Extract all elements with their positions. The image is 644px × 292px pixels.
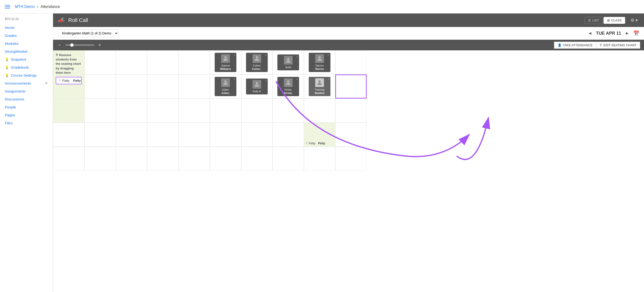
seating-toolbar: − + 👤 TAKE ATTENDANCE ⠿ EDIT SEATING CHA…	[53, 40, 644, 50]
grid-cell	[210, 147, 241, 171]
course-select[interactable]: Kindergarten Math (1 of 2) Demo	[58, 29, 118, 37]
svg-point-7	[318, 80, 320, 82]
svg-point-3	[318, 56, 320, 58]
sidebar-item-discussions[interactable]: Discussions	[0, 95, 53, 103]
breadcrumb: MTH Demo > Attendance	[15, 4, 60, 9]
sidebar-item-gradebook[interactable]: 💡 Gradebook	[0, 63, 53, 71]
grid-cell	[178, 147, 210, 171]
expand-icon: ⤢	[234, 54, 236, 56]
calendar-icon[interactable]: 📅	[633, 30, 639, 36]
sidebar-item-home[interactable]: Home	[0, 24, 53, 31]
sidebar-item-assignments[interactable]: Assignments	[0, 87, 53, 95]
patty-grid-last: Patty	[318, 142, 325, 145]
next-date-button[interactable]: ►	[623, 30, 631, 37]
svg-point-5	[256, 82, 258, 84]
sidebar-label-pages: Pages	[5, 113, 15, 117]
prev-date-button[interactable]: ◄	[586, 30, 594, 37]
avatar	[284, 78, 292, 87]
drag-handle-icon: ⠿	[306, 142, 308, 145]
seating-area: − + 👤 TAKE ATTENDANCE ⠿ EDIT SEATING CHA…	[53, 40, 644, 292]
megaphone-icon: 📣	[58, 17, 64, 23]
rollcall-title: Roll Call	[68, 17, 580, 23]
patty-dropzone-card[interactable]: ⠿ Patty Patty	[56, 77, 82, 84]
student-card-ashli[interactable]: ⤢ Ashli	[278, 54, 299, 70]
date-bar: Kindergarten Math (1 of 2) Demo ◄ TUE AP…	[53, 27, 644, 40]
student-card-training[interactable]: ⤢ TrainingStudent	[309, 77, 330, 96]
drag-handle-icon: ⠿	[58, 79, 61, 82]
sidebar-label-discussions: Discussions	[5, 97, 24, 101]
grid-cell	[178, 123, 210, 147]
highlighted-empty-cell[interactable]	[335, 74, 366, 98]
sidebar-item-strongminded[interactable]: StrongMinded	[0, 47, 53, 55]
sidebar-label-course-settings: Course Settings	[11, 73, 37, 77]
sidebar-label-snapshot: Snapshot	[11, 57, 26, 61]
settings-button[interactable]: ⚙ ▾	[629, 16, 639, 24]
sidebar-item-snapshot[interactable]: 💡 Snapshot	[0, 55, 53, 63]
student-cell-darren: ⤢ DarrenDarren	[304, 50, 335, 74]
grid-icon: ⊞	[607, 18, 610, 22]
student-card-kelly[interactable]: ⤢ Kelly K	[246, 78, 268, 94]
svg-point-6	[287, 80, 289, 82]
take-attendance-button[interactable]: 👤 TAKE ATTENDANCE	[554, 42, 596, 49]
expand-icon: ⤢	[296, 55, 298, 58]
student-card-joanne[interactable]: ⤢ JoanneWilliams	[215, 53, 236, 72]
breadcrumb-separator: >	[37, 5, 38, 9]
list-view-button[interactable]: ☰ LIST	[584, 17, 602, 24]
zoom-in-button[interactable]: +	[97, 42, 103, 48]
sidebar-label-people: People	[5, 105, 16, 109]
grid-cell	[116, 74, 147, 98]
grid-cell	[53, 147, 84, 171]
student-cell-krista: ⤢ Krista,Krista,	[272, 74, 304, 98]
breadcrumb-page: Attendance	[40, 4, 60, 9]
sidebar-label-home: Home	[5, 25, 14, 30]
student-card-darren[interactable]: ⤢ DarrenDarren	[309, 53, 330, 72]
svg-point-2	[287, 58, 289, 60]
student-card-cohen[interactable]: ⤢ CohenCohen_	[246, 53, 268, 72]
zoom-out-button[interactable]: −	[57, 42, 62, 48]
sidebar-item-people[interactable]: People	[0, 103, 53, 111]
hamburger-icon[interactable]	[5, 4, 10, 9]
list-label: LIST	[592, 18, 599, 22]
grid-dots-icon: ⠿	[600, 43, 602, 47]
sidebar-item-modules[interactable]: Modules	[0, 39, 53, 47]
student-name: Julian,Julian,	[216, 88, 235, 95]
grid-cell	[241, 147, 272, 171]
avatar	[252, 80, 261, 89]
zoom-slider[interactable]	[65, 44, 94, 46]
date-nav: ◄ TUE APR 11 ► 📅	[586, 30, 639, 37]
sidebar-item-pages[interactable]: Pages	[0, 111, 53, 119]
date-display: TUE APR 11	[596, 31, 621, 36]
student-card-julian[interactable]: ⤢ Julian,Julian,	[215, 77, 236, 96]
expand-icon: ⤢	[265, 54, 267, 56]
sidebar-item-files[interactable]: Files	[0, 119, 53, 127]
grid-cell	[210, 98, 241, 123]
grid-cell	[116, 147, 147, 171]
student-cell-kelly: ⤢ Kelly K	[241, 74, 272, 98]
patty-grid-card[interactable]: ⠿ Patty Patty	[306, 142, 325, 145]
list-icon: ☰	[588, 18, 591, 22]
student-card-krista[interactable]: ⤢ Krista,Krista,	[278, 77, 299, 96]
sidebar-item-announcements[interactable]: Announcements 👁	[0, 79, 53, 87]
grid-cell	[272, 98, 304, 123]
grid-cell	[335, 50, 366, 74]
avatar	[252, 54, 261, 63]
sidebar-item-grades[interactable]: Grades	[0, 31, 53, 39]
grid-cell	[147, 74, 178, 98]
take-attendance-label: TAKE ATTENDANCE	[563, 43, 592, 47]
class-view-button[interactable]: ⊞ CLASS	[604, 17, 625, 24]
sidebar-item-course-settings[interactable]: 💡 Course Settings	[0, 71, 53, 79]
expand-icon: ⤢	[328, 78, 330, 80]
student-name: Kelly K	[248, 90, 266, 93]
zoom-thumb	[70, 43, 74, 47]
bulb-icon: 💡	[5, 65, 9, 69]
avatar	[284, 56, 292, 64]
breadcrumb-course[interactable]: MTH Demo	[15, 4, 35, 9]
patty-grid-cell[interactable]: ⠿ Patty Patty	[304, 123, 335, 147]
grid-cell	[272, 123, 304, 147]
grid-cell	[116, 98, 147, 123]
edit-seating-button[interactable]: ⠿ EDIT SEATING CHART	[596, 42, 640, 49]
seating-canvas[interactable]: ⠿ Remove students from the seating chart…	[53, 50, 644, 292]
avatar	[315, 54, 324, 63]
grid-cell	[241, 98, 272, 123]
expand-icon: ⤢	[265, 79, 267, 82]
